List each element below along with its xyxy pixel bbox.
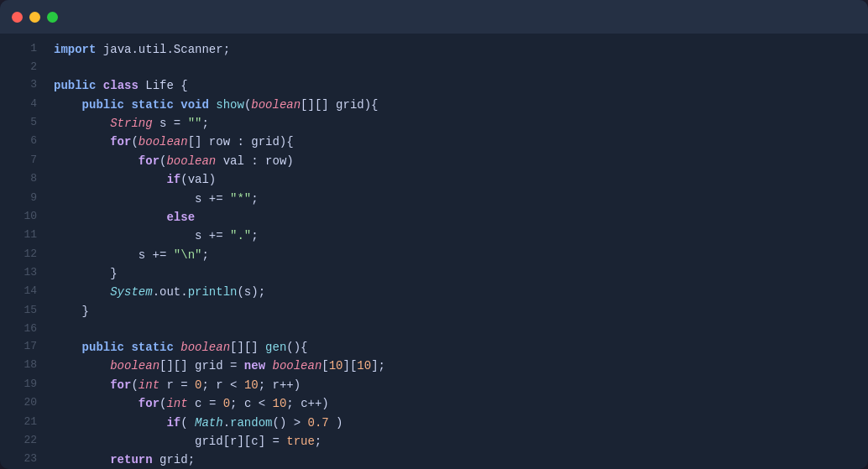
code-line: 8 if(val)	[0, 170, 868, 189]
code-line: 16	[0, 320, 868, 338]
code-line: 10 else	[0, 208, 868, 227]
code-line: 21 if( Math.random() > 0.7 )	[0, 414, 868, 432]
code-line: 11 s += ".";	[0, 227, 868, 245]
code-line: 5 String s = "";	[0, 114, 868, 133]
close-button[interactable]	[12, 12, 23, 23]
code-line: 13 }	[0, 264, 868, 283]
code-line: 23 return grid;	[0, 451, 868, 469]
minimize-button[interactable]	[29, 12, 40, 23]
code-line: 14 System.out.println(s);	[0, 283, 868, 301]
code-line: 17 public static boolean[][] gen(){	[0, 338, 868, 357]
code-line: 6 for(boolean[] row : grid){	[0, 133, 868, 151]
code-editor[interactable]: 1 import java.util.Scanner; 2 3 public c…	[0, 34, 868, 469]
code-line: 1 import java.util.Scanner;	[0, 40, 868, 59]
code-line: 15 }	[0, 302, 868, 320]
code-line: 3 public class Life {	[0, 76, 868, 95]
code-line: 9 s += "*";	[0, 190, 868, 208]
code-line: 2	[0, 59, 868, 76]
code-line: 12 s += "\n";	[0, 246, 868, 264]
code-line: 4 public static void show(boolean[][] gr…	[0, 96, 868, 114]
code-line: 7 for(boolean val : row)	[0, 152, 868, 170]
titlebar	[0, 0, 868, 34]
maximize-button[interactable]	[47, 12, 58, 23]
code-line: 18 boolean[][] grid = new boolean[10][10…	[0, 357, 868, 375]
code-line: 22 grid[r][c] = true;	[0, 432, 868, 451]
code-line: 20 for(int c = 0; c < 10; c++)	[0, 394, 868, 413]
code-line: 19 for(int r = 0; r < 10; r++)	[0, 376, 868, 394]
editor-window: 1 import java.util.Scanner; 2 3 public c…	[0, 0, 868, 469]
traffic-lights	[12, 12, 58, 23]
